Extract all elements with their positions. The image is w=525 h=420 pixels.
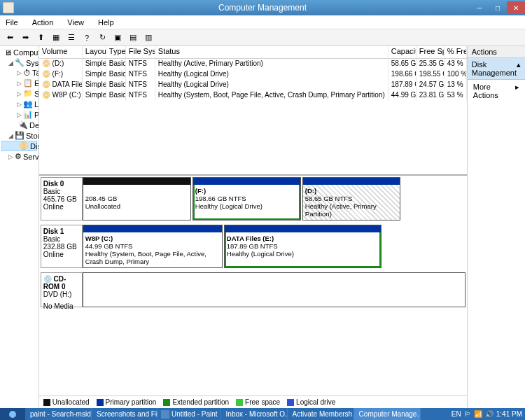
tree-disk-management[interactable]: 📀 Disk Management: [1, 141, 37, 151]
table-row[interactable]: 📀 (D:)SimpleBasicNTFSHealthy (Active, Pr…: [39, 59, 467, 69]
col-free-space[interactable]: Free Space: [416, 46, 444, 58]
tray-flag-icon[interactable]: 🏳: [464, 410, 471, 418]
partition[interactable]: 208.45 GBUnallocated: [83, 177, 191, 220]
taskbar-item[interactable]: Screenshots and Fil…: [92, 408, 158, 420]
app-icon: [3, 2, 14, 13]
back-button[interactable]: ⬅: [3, 31, 17, 45]
toolbar-btn-a[interactable]: ▣: [111, 31, 125, 45]
start-button[interactable]: [0, 408, 25, 420]
svg-rect-0: [3, 2, 14, 13]
partition[interactable]: DATA Files (E:)187.89 GB NTFSHealthy (Lo…: [224, 225, 382, 268]
col-status[interactable]: Status: [155, 46, 388, 58]
legend-free: Free space: [236, 398, 280, 406]
legend: Unallocated Primary partition Extended p…: [39, 396, 467, 408]
chevron-right-icon: ▸: [515, 83, 519, 99]
col-layout[interactable]: Layout: [83, 46, 106, 58]
toolbar-btn-c[interactable]: ▥: [141, 31, 155, 45]
tree-shared-folders[interactable]: ▷📁 Shared Folders: [1, 88, 37, 99]
content-pane: Volume Layout Type File System Status Ca…: [39, 46, 468, 408]
actions-section-disk-mgmt[interactable]: Disk Management▴: [468, 58, 525, 80]
svg-point-1: [9, 411, 16, 418]
tree-device-manager[interactable]: 🔌 Device Manager: [1, 120, 37, 130]
table-row[interactable]: 📀 (F:)SimpleBasicNTFSHealthy (Logical Dr…: [39, 69, 467, 80]
menu-action[interactable]: Action: [29, 17, 57, 28]
menu-file[interactable]: File: [3, 17, 21, 28]
maximize-button[interactable]: □: [489, 1, 507, 14]
menu-view[interactable]: View: [64, 17, 87, 28]
properties-button[interactable]: ☰: [64, 31, 78, 45]
col-capacity[interactable]: Capacity: [388, 46, 416, 58]
cdrom-row[interactable]: 💿 CD-ROM 0 DVD (H:) No Media: [41, 272, 465, 307]
actions-header: Actions: [468, 46, 525, 58]
tree-services[interactable]: ▷⚙ Services and Applications: [1, 151, 37, 162]
disk-0-header[interactable]: Disk 0 Basic 465.76 GB Online: [41, 177, 83, 220]
close-button[interactable]: ✕: [507, 1, 525, 14]
taskbar-item[interactable]: Activate Membersh…: [288, 408, 354, 420]
svg-rect-4: [161, 410, 169, 419]
table-row[interactable]: 📀 DATA Files (E:)SimpleBasicNTFSHealthy …: [39, 80, 467, 90]
disk-1-header[interactable]: Disk 1 Basic 232.88 GB Online: [41, 225, 83, 268]
toolbar-btn-b[interactable]: ▤: [126, 31, 140, 45]
menu-help[interactable]: Help: [95, 17, 117, 28]
taskbar-item[interactable]: Inbox - Microsoft O…: [221, 408, 288, 420]
disk-graphical-view[interactable]: Disk 0 Basic 465.76 GB Online 208.45 GBU…: [39, 174, 467, 408]
legend-logical: Logical drive: [287, 398, 335, 406]
taskbar-item[interactable]: Computer Manage…: [354, 408, 421, 420]
tree-local-users[interactable]: ▷👥 Local Users and Groups: [1, 99, 37, 109]
help-toolbar-button[interactable]: ?: [80, 31, 94, 45]
minimize-button[interactable]: ─: [470, 1, 489, 14]
tree-root[interactable]: 🖥 Computer Management (Local: [1, 48, 37, 57]
refresh-button[interactable]: ↻: [95, 31, 109, 45]
cdrom-empty[interactable]: [83, 272, 465, 307]
title-bar: Computer Management ─ □ ✕: [0, 0, 525, 15]
col-pct-free[interactable]: % Free: [444, 46, 467, 58]
tree-task-scheduler[interactable]: ▷⏱ Task Scheduler: [1, 68, 37, 78]
menu-bar: File Action View Help: [0, 15, 525, 29]
tree-system-tools[interactable]: ◢🔧 System Tools: [1, 57, 37, 68]
up-button[interactable]: ⬆: [34, 31, 48, 45]
window-title: Computer Management: [218, 3, 307, 13]
tray-volume-icon[interactable]: 🔊: [485, 410, 493, 418]
disk-0-row[interactable]: Disk 0 Basic 465.76 GB Online 208.45 GBU…: [41, 177, 465, 220]
tree-storage[interactable]: ◢💾 Storage: [1, 130, 37, 141]
tree-event-viewer[interactable]: ▷📋 Event Viewer: [1, 78, 37, 88]
legend-extended: Extended partition: [163, 398, 229, 406]
tree-performance[interactable]: ▷📊 Performance: [1, 109, 37, 120]
taskbar[interactable]: paint - Search-msid…Screenshots and Fil……: [0, 408, 525, 420]
taskbar-item[interactable]: Untitled - Paint: [158, 408, 221, 420]
toolbar: ⬅ ➡ ⬆ ▦ ☰ ? ↻ ▣ ▤ ▥: [0, 29, 525, 46]
forward-button[interactable]: ➡: [18, 31, 32, 45]
disk-1-row[interactable]: Disk 1 Basic 232.88 GB Online W8P (C:)44…: [41, 225, 465, 268]
partition[interactable]: (D:)58.65 GB NTFSHealthy (Active, Primar…: [302, 177, 400, 220]
partition[interactable]: (F:)198.66 GB NTFSHealthy (Logical Drive…: [192, 177, 301, 220]
col-filesystem[interactable]: File System: [126, 46, 155, 58]
tray-lang-icon[interactable]: EN: [451, 410, 461, 418]
legend-primary: Primary partition: [97, 398, 157, 406]
show-hide-tree-button[interactable]: ▦: [49, 31, 63, 45]
tray-clock[interactable]: 1:41 PM: [496, 410, 522, 418]
col-type[interactable]: Type: [106, 46, 126, 58]
actions-more[interactable]: More Actions▸: [468, 80, 525, 102]
legend-unallocated: Unallocated: [43, 398, 90, 406]
partition[interactable]: W8P (C:)44.99 GB NTFSHealthy (System, Bo…: [83, 225, 223, 268]
col-volume[interactable]: Volume: [39, 46, 83, 58]
navigation-tree[interactable]: 🖥 Computer Management (Local ◢🔧 System T…: [0, 46, 39, 408]
tray-network-icon[interactable]: 📶: [474, 410, 482, 418]
system-tray[interactable]: EN 🏳 📶 🔊 1:41 PM: [451, 410, 525, 418]
taskbar-item[interactable]: paint - Search-msid…: [25, 408, 92, 420]
table-row[interactable]: 📀 W8P (C:)SimpleBasicNTFSHealthy (System…: [39, 90, 467, 101]
collapse-icon: ▴: [517, 60, 521, 77]
cdrom-header[interactable]: 💿 CD-ROM 0 DVD (H:) No Media: [41, 272, 83, 307]
volume-grid-header: Volume Layout Type File System Status Ca…: [39, 46, 467, 59]
actions-pane: Actions Disk Management▴ More Actions▸: [468, 46, 525, 408]
volume-grid-body[interactable]: 📀 (D:)SimpleBasicNTFSHealthy (Active, Pr…: [39, 59, 467, 174]
